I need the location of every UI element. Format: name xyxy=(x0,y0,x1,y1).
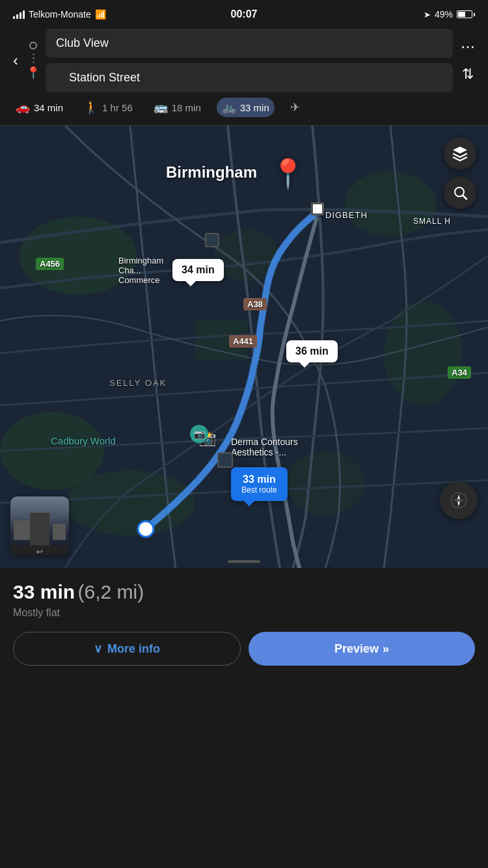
svg-point-9 xyxy=(138,521,154,537)
navigation-header: ‹ 📍 Club View Station Street ⋯ ⇅ xyxy=(0,29,488,92)
svg-point-2 xyxy=(345,171,436,236)
destination-pin-icon: 📍 xyxy=(26,67,40,79)
bottom-actions: ∨ More info Preview » xyxy=(13,632,475,666)
map-marker-square-1 xyxy=(205,233,219,247)
double-chevron-icon: » xyxy=(383,642,389,656)
search-icon xyxy=(452,185,468,200)
map-search-button[interactable] xyxy=(444,176,476,209)
destination-pin-marker: 📍 xyxy=(270,159,306,188)
walk-time: 1 hr 56 xyxy=(102,102,133,113)
more-options-button[interactable]: ⋯ xyxy=(458,36,478,58)
signal-bars xyxy=(13,10,25,19)
camera-icon: 📷 xyxy=(190,425,208,443)
battery-icon xyxy=(457,10,475,18)
route-label-best: 33 min Best route xyxy=(231,467,288,501)
status-bar: Telkom-Monate 📶 00:07 ➤ 49% xyxy=(0,0,488,29)
more-info-button[interactable]: ∨ More info xyxy=(13,632,241,666)
back-button[interactable]: ‹ xyxy=(10,49,21,72)
origin-dot-icon xyxy=(29,42,37,49)
preview-button[interactable]: Preview » xyxy=(249,632,475,666)
waypoint-icons: 📍 xyxy=(26,42,40,80)
svg-marker-15 xyxy=(453,499,465,502)
map-marker-square-2 xyxy=(217,452,233,468)
compass-icon xyxy=(450,491,468,509)
car-time: 34 min xyxy=(34,102,63,113)
map-drag-handle xyxy=(228,560,260,563)
street-view-icon: ↩ xyxy=(36,547,43,555)
transit-time: 18 min xyxy=(172,102,201,113)
map-layer-button[interactable] xyxy=(444,137,476,170)
map-layers-icon xyxy=(452,145,468,162)
carrier-name: Telkom-Monate xyxy=(29,9,91,20)
walk-icon: 🚶 xyxy=(84,100,98,115)
svg-point-6 xyxy=(286,451,364,516)
flight-icon: ✈ xyxy=(290,100,300,115)
route-label-34min: 34 min xyxy=(172,259,224,281)
route-summary: 33 min (6,2 mi) xyxy=(13,581,475,603)
transport-options-bar: 🚗 34 min 🚶 1 hr 56 🚌 18 min 🚲 33 min ✈ xyxy=(0,92,488,126)
street-view-thumbnail[interactable]: ↩ xyxy=(10,496,69,555)
transit-icon: 🚌 xyxy=(154,100,168,115)
compass-button[interactable] xyxy=(440,481,478,519)
svg-rect-7 xyxy=(195,321,247,360)
status-left: Telkom-Monate 📶 xyxy=(13,9,106,20)
map-container[interactable]: 📍 34 min 36 min 33 min Best route Birmin… xyxy=(0,126,488,568)
preview-label: Preview xyxy=(334,642,379,656)
chevron-down-icon: ∨ xyxy=(94,642,102,656)
bottom-panel: 33 min (6,2 mi) Mostly flat ∨ More info … xyxy=(0,568,488,698)
route-label-36min: 36 min xyxy=(286,340,338,362)
swap-waypoints-button[interactable]: ⇅ xyxy=(459,63,476,85)
status-right: ➤ 49% xyxy=(424,9,475,20)
transport-car[interactable]: 🚗 34 min xyxy=(10,98,68,117)
route-terrain: Mostly flat xyxy=(13,607,475,619)
street-view-label: ↩ xyxy=(10,545,69,555)
route-dots-icon xyxy=(33,53,34,63)
transport-walk[interactable]: 🚶 1 hr 56 xyxy=(79,98,138,117)
status-time: 00:07 xyxy=(231,8,258,20)
bike-icon: 🚲 xyxy=(222,100,236,115)
origin-input[interactable]: Club View xyxy=(46,29,453,58)
destination-input[interactable]: Station Street xyxy=(46,63,453,92)
transport-transit[interactable]: 🚌 18 min xyxy=(148,98,206,117)
bike-time: 33 min xyxy=(240,102,269,113)
signal-bar-2 xyxy=(16,14,18,19)
waypoints-inputs: Club View Station Street xyxy=(46,29,453,92)
more-info-label: More info xyxy=(107,642,160,656)
car-icon: 🚗 xyxy=(16,100,30,115)
transport-bike[interactable]: 🚲 33 min xyxy=(217,98,275,117)
route-distance: (6,2 mi) xyxy=(78,581,144,603)
transport-flight[interactable]: ✈ xyxy=(285,98,305,117)
battery-percent: 49% xyxy=(435,9,453,20)
wifi-icon: 📶 xyxy=(95,9,106,20)
location-arrow-icon: ➤ xyxy=(424,10,431,20)
signal-bar-3 xyxy=(20,12,21,19)
origin-circle-marker xyxy=(311,202,324,215)
svg-line-12 xyxy=(463,196,467,200)
signal-bar-4 xyxy=(23,10,25,19)
route-time: 33 min xyxy=(13,581,75,603)
signal-bar-1 xyxy=(13,16,15,19)
